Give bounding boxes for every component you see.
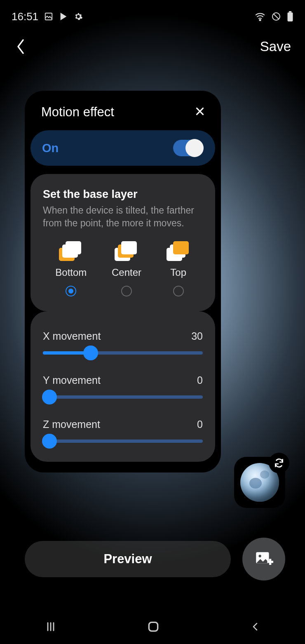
svg-rect-3: [288, 12, 293, 21]
base-option-label: Center: [112, 267, 141, 278]
picture-icon: [44, 12, 53, 21]
motion-toggle-row[interactable]: On: [30, 130, 215, 166]
status-time: 16:51: [12, 10, 38, 23]
slider-z[interactable]: Z movement 0: [43, 418, 203, 443]
radio-top[interactable]: [173, 286, 184, 296]
nav-back-button[interactable]: [250, 621, 260, 634]
toggle-label: On: [42, 141, 59, 155]
layer-preview-tile[interactable]: [234, 457, 285, 508]
preview-button[interactable]: Preview: [25, 541, 231, 577]
radio-center[interactable]: [121, 286, 132, 296]
slider-thumb[interactable]: [83, 346, 98, 360]
play-store-icon: [59, 12, 68, 21]
svg-point-6: [259, 555, 261, 557]
svg-point-1: [259, 19, 260, 21]
save-button[interactable]: Save: [260, 39, 291, 54]
base-layer-desc: When the device is tilted, the farther f…: [43, 204, 203, 230]
motion-effect-panel: Motion effect On Set the base layer When…: [25, 91, 221, 472]
toggle-switch[interactable]: [173, 140, 203, 156]
slider-track[interactable]: [43, 395, 203, 399]
slider-track[interactable]: [43, 440, 203, 443]
svg-rect-8: [269, 559, 271, 565]
slider-y[interactable]: Y movement 0: [43, 374, 203, 399]
layers-center-icon: [115, 240, 138, 262]
switch-knob: [185, 139, 204, 157]
recents-button[interactable]: [45, 621, 56, 634]
slider-value: 0: [197, 418, 203, 430]
home-button[interactable]: [147, 620, 160, 635]
panel-title: Motion effect: [41, 105, 114, 120]
slider-label: Y movement: [43, 374, 101, 386]
add-image-button[interactable]: [242, 538, 285, 581]
battery-icon: [287, 11, 293, 22]
gear-icon: [74, 12, 83, 21]
base-option-center[interactable]: Center: [112, 240, 141, 296]
base-layer-title: Set the base layer: [43, 188, 203, 201]
slider-thumb[interactable]: [42, 390, 57, 404]
base-layer-section: Set the base layer When the device is ti…: [30, 174, 215, 311]
base-option-label: Top: [170, 267, 186, 278]
base-option-bottom[interactable]: Bottom: [55, 240, 87, 296]
base-option-label: Bottom: [55, 267, 87, 278]
back-button[interactable]: [12, 38, 29, 55]
layers-top-icon: [167, 240, 190, 262]
slider-label: X movement: [43, 330, 101, 342]
app-bar: Save: [0, 25, 305, 62]
close-button[interactable]: [195, 106, 205, 118]
slider-thumb[interactable]: [42, 434, 57, 449]
bottom-actions: Preview: [0, 538, 305, 581]
svg-rect-4: [289, 11, 292, 12]
wifi-icon: [255, 12, 265, 21]
radio-bottom[interactable]: [66, 286, 76, 296]
base-option-top[interactable]: Top: [167, 240, 190, 296]
movement-section: X movement 30 Y movement 0 Z movement 0: [30, 311, 215, 462]
svg-rect-9: [149, 622, 157, 631]
slider-value: 30: [191, 330, 203, 342]
status-bar: 16:51: [0, 0, 305, 25]
slider-value: 0: [197, 374, 203, 386]
slider-track[interactable]: [43, 351, 203, 355]
navigation-bar: [0, 611, 305, 644]
slider-x[interactable]: X movement 30: [43, 330, 203, 355]
refresh-button[interactable]: [269, 453, 289, 473]
slider-label: Z movement: [43, 418, 100, 430]
layers-bottom-icon: [59, 240, 83, 262]
do-not-disturb-icon: [271, 12, 281, 21]
